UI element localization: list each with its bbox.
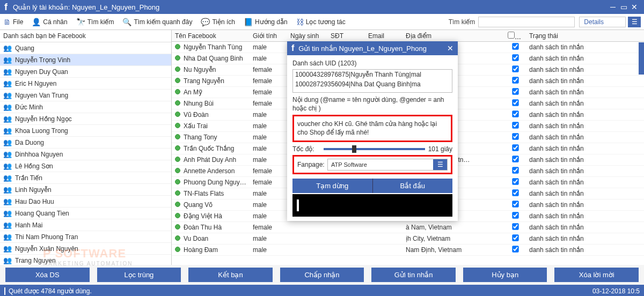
fanpage-menu-icon[interactable]: ☰ xyxy=(433,159,447,170)
row-checkbox[interactable] xyxy=(512,234,518,241)
menu-util[interactable]: 💬Tiện ích xyxy=(201,18,235,26)
sidebar-item[interactable]: 👥Khoa Luong Trong xyxy=(0,125,171,137)
sidebar-item[interactable]: 👥Nguyễn Xuân Nguyên xyxy=(0,243,171,255)
sidebar-item[interactable]: 👥Nguyen Duy Quan xyxy=(0,66,171,78)
details-dropdown[interactable]: Details xyxy=(579,17,626,27)
th-name[interactable]: Tên Facebook xyxy=(172,32,250,40)
view-menu-icon[interactable]: ☰ xyxy=(628,17,641,27)
uid-row[interactable]: 100004328976875|Nguyễn Thanh Tùng|mal xyxy=(293,70,452,79)
btn-unfriend[interactable]: Hủy bạn xyxy=(463,268,547,282)
text-cursor xyxy=(297,199,299,211)
row-checkbox[interactable] xyxy=(512,189,518,196)
row-checkbox[interactable] xyxy=(512,110,518,117)
menu-personal[interactable]: 👤Cá nhân xyxy=(32,18,67,26)
menu-filter[interactable]: ⛓Lọc tương tác xyxy=(296,18,346,26)
pause-button[interactable]: Tạm dừng xyxy=(292,179,372,193)
uid-list[interactable]: 100004328976875|Nguyễn Thanh Tùng|mal100… xyxy=(292,69,452,93)
th-email[interactable]: Email xyxy=(365,32,402,40)
sidebar-item[interactable]: 👥Thi Nam Phuong Tran xyxy=(0,231,171,243)
sidebar-item[interactable]: 👥Eric H Nguyen xyxy=(0,78,171,90)
status-dot-icon xyxy=(175,190,180,196)
row-checkbox[interactable] xyxy=(512,77,518,83)
row-checkbox[interactable] xyxy=(512,246,518,252)
sidebar-item[interactable]: 👥Đức Minh xyxy=(0,101,171,113)
friend-name: Đức Minh xyxy=(15,103,43,111)
row-checkbox[interactable] xyxy=(512,212,518,218)
menu-file[interactable]: 🗎File xyxy=(3,18,23,26)
uid-row[interactable]: 100028729356094|Nha Dat Quang Binh|ma xyxy=(293,79,452,89)
person-icon: 👥 xyxy=(3,150,12,158)
row-checkbox[interactable] xyxy=(512,65,518,72)
dialog-title-bar[interactable]: f Gửi tin nhắn Nguyen_Le_Nguyen_Phong ✕ xyxy=(287,41,458,55)
btn-cancel-invite[interactable]: Xóa lời mời xyxy=(554,268,639,282)
sidebar: Danh sách bạn bè Facebook 👥Quang👥Nguyễn … xyxy=(0,30,172,265)
slider-knob[interactable] xyxy=(352,145,356,153)
menu-guide[interactable]: 📘Hướng dẫn xyxy=(244,18,288,26)
btn-accept[interactable]: Chấp nhận xyxy=(280,268,364,282)
message-textarea[interactable]: voucher cho KH cũ. Ghé thăm cửa hàng hoặ… xyxy=(292,115,452,142)
row-checkbox[interactable] xyxy=(512,99,518,106)
table-row[interactable]: Đoàn Thu Hàfemaleà Nam, Vietnamdanh sách… xyxy=(172,222,644,233)
sidebar-item[interactable]: 👥Lê Hồng Sơn xyxy=(0,160,171,172)
sidebar-item[interactable]: 👥Trần Tiến xyxy=(0,172,171,184)
sidebar-item[interactable]: 👥Nguyễn Hồng Ngọc xyxy=(0,113,171,125)
th-birthday[interactable]: Ngày sinh xyxy=(287,32,327,40)
row-checkbox[interactable] xyxy=(512,223,518,230)
person-icon: 👥 xyxy=(3,115,12,123)
status-dot-icon xyxy=(175,179,180,184)
start-button[interactable]: Bắt đầu xyxy=(372,179,453,193)
status-dot-icon xyxy=(175,112,180,117)
btn-add-friend[interactable]: Kết bạn xyxy=(188,268,273,282)
status-dot-icon xyxy=(175,145,180,151)
table-row[interactable]: Vu Doanmaleịh City, Vietnamdanh sách tin… xyxy=(172,233,644,245)
row-checkbox[interactable] xyxy=(512,88,518,94)
th-sex[interactable]: Giới tính xyxy=(250,32,287,40)
maximize-button[interactable]: ▭ xyxy=(618,3,629,11)
person-icon: 👥 xyxy=(3,197,12,205)
row-checkbox[interactable] xyxy=(512,122,518,128)
btn-dedupe[interactable]: Lọc trùng xyxy=(97,268,181,282)
dialog-close-icon[interactable]: ✕ xyxy=(447,44,453,53)
sidebar-item[interactable]: 👥Hau Dao Huu xyxy=(0,196,171,208)
row-checkbox[interactable] xyxy=(512,144,518,151)
sidebar-item[interactable]: 👥Trang Nguyen xyxy=(0,255,171,265)
row-checkbox[interactable] xyxy=(512,43,518,49)
th-location[interactable]: Địa điểm xyxy=(402,32,504,40)
search-input[interactable] xyxy=(478,17,575,27)
close-button[interactable]: ✕ xyxy=(629,3,640,11)
status-bar: Quét được 4784 người dùng. 03-12-2018 10… xyxy=(0,285,644,296)
table-row[interactable]: Hoàng ĐammaleNam Định, Vietnamdanh sách … xyxy=(172,245,644,256)
sidebar-item[interactable]: 👥Quang xyxy=(0,42,171,54)
row-checkbox[interactable] xyxy=(512,167,518,173)
th-phone[interactable]: SĐT xyxy=(327,32,365,40)
btn-send-msg[interactable]: Gửi tin nhắn xyxy=(371,268,456,282)
row-checkbox[interactable] xyxy=(512,156,518,162)
window-title: Quản lý tài khoản: Nguyen_Le_Nguyen_Phon… xyxy=(13,3,608,11)
person-icon: 👥 xyxy=(3,233,12,241)
menu-search[interactable]: 🔭Tìm kiếm xyxy=(76,18,114,26)
btn-clear-list[interactable]: Xóa DS xyxy=(5,268,90,282)
sidebar-item[interactable]: 👥Linh Nguyễn xyxy=(0,184,171,196)
row-checkbox[interactable] xyxy=(512,133,518,139)
th-status[interactable]: Trạng thái xyxy=(526,32,596,40)
facebook-logo-icon: f xyxy=(291,43,294,53)
row-checkbox[interactable] xyxy=(512,201,518,207)
fanpage-picker[interactable]: ATP Software ☰ xyxy=(327,159,448,171)
minimize-button[interactable]: ─ xyxy=(608,3,618,11)
th-select[interactable]: Chọn xyxy=(504,32,526,40)
speed-slider[interactable] xyxy=(324,148,425,150)
person-icon: 👥 xyxy=(3,186,12,194)
sidebar-item[interactable]: 👥Dinhhoa Nguyen xyxy=(0,149,171,160)
status-dot-icon xyxy=(175,134,180,139)
row-checkbox[interactable] xyxy=(512,178,518,184)
sidebar-item[interactable]: 👥Hanh Mai xyxy=(0,219,171,231)
menu-search-around[interactable]: 🔍Tìm kiếm quanh đây xyxy=(122,18,192,26)
select-all-checkbox[interactable] xyxy=(508,32,515,39)
sidebar-item[interactable]: 👥Hoang Quang Tien xyxy=(0,208,171,219)
sidebar-item[interactable]: 👥Nguyễn Trọng Vinh xyxy=(0,54,171,66)
sidebar-item[interactable]: 👥Da Duong xyxy=(0,137,171,149)
friend-list[interactable]: 👥Quang👥Nguyễn Trọng Vinh👥Nguyen Duy Quan… xyxy=(0,42,171,265)
sidebar-item[interactable]: 👥Nguyen Van Trung xyxy=(0,90,171,101)
row-checkbox[interactable] xyxy=(512,54,518,61)
scrollbar-thumb[interactable] xyxy=(639,42,644,75)
